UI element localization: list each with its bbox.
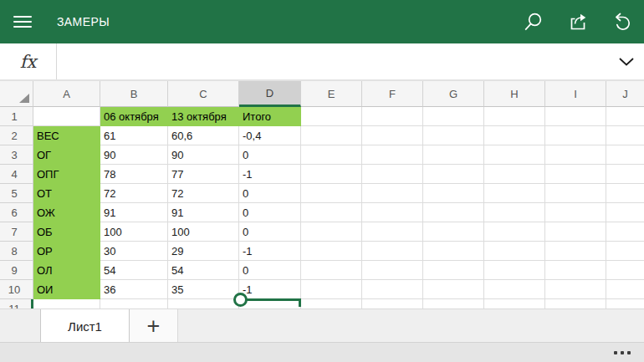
row-header[interactable]: 3	[0, 145, 33, 165]
cell[interactable]	[606, 299, 644, 308]
cell[interactable]: 72	[168, 184, 239, 203]
cell[interactable]	[301, 165, 362, 184]
fx-button[interactable]: fx	[0, 43, 57, 79]
cell[interactable]	[545, 280, 606, 299]
cell[interactable]: Итого	[239, 107, 301, 126]
cell[interactable]: 91	[168, 203, 239, 222]
row-header[interactable]: 8	[0, 242, 33, 261]
cell[interactable]: ОБ	[33, 222, 100, 242]
cell[interactable]	[301, 126, 362, 145]
cell[interactable]: 0	[239, 145, 301, 165]
cell[interactable]	[301, 203, 362, 222]
column-header-f[interactable]: F	[362, 81, 423, 107]
column-header-i[interactable]: I	[545, 81, 606, 107]
cell[interactable]: 61	[100, 126, 168, 145]
formula-bar[interactable]: fx	[0, 43, 644, 81]
cell[interactable]	[362, 184, 423, 203]
cell[interactable]: 60,6	[168, 126, 239, 145]
cell[interactable]	[362, 242, 423, 261]
select-all-button[interactable]	[0, 81, 33, 107]
cell[interactable]	[423, 242, 484, 261]
cell[interactable]: 54	[168, 261, 239, 280]
cell[interactable]	[423, 299, 484, 308]
search-button[interactable]	[511, 0, 555, 43]
column-header-c[interactable]: C	[168, 81, 239, 107]
cell[interactable]	[301, 107, 362, 126]
cell[interactable]	[484, 126, 545, 145]
cell[interactable]	[606, 184, 644, 203]
cell[interactable]: 0	[239, 184, 301, 203]
cell[interactable]	[301, 145, 362, 165]
cell[interactable]	[301, 261, 362, 280]
cell[interactable]	[606, 261, 644, 280]
cell[interactable]: 29	[168, 242, 239, 261]
cell[interactable]	[606, 165, 644, 184]
cell[interactable]: 36	[100, 280, 168, 299]
cell[interactable]	[484, 299, 545, 308]
cell[interactable]	[423, 107, 484, 126]
row-header[interactable]: 5	[0, 184, 33, 203]
cell[interactable]: 0	[239, 222, 301, 242]
cell[interactable]	[606, 107, 644, 126]
cell[interactable]: 0	[239, 261, 301, 280]
cell[interactable]	[545, 203, 606, 222]
cell[interactable]: 77	[168, 165, 239, 184]
cell[interactable]: 90	[168, 145, 239, 165]
cell[interactable]	[484, 261, 545, 280]
cell[interactable]	[362, 145, 423, 165]
selection-handle[interactable]	[233, 293, 248, 307]
cell[interactable]	[545, 299, 606, 308]
cell[interactable]: ОТ	[33, 184, 100, 203]
cell[interactable]: ОГ	[33, 145, 100, 165]
cell[interactable]	[362, 203, 423, 222]
cell[interactable]	[362, 126, 423, 145]
cell[interactable]	[362, 165, 423, 184]
cell[interactable]: ОР	[33, 242, 100, 261]
cell[interactable]	[484, 203, 545, 222]
hamburger-menu-icon[interactable]	[13, 16, 32, 28]
row-header[interactable]: 4	[0, 165, 33, 184]
cell[interactable]: ОЛ	[33, 261, 100, 280]
cell[interactable]: 06 октября	[100, 107, 168, 126]
cell[interactable]	[423, 280, 484, 299]
cell[interactable]	[423, 203, 484, 222]
cell[interactable]	[362, 107, 423, 126]
cell[interactable]	[545, 184, 606, 203]
cell[interactable]: 72	[100, 184, 168, 203]
cell[interactable]	[423, 222, 484, 242]
cell[interactable]	[545, 126, 606, 145]
cell[interactable]	[484, 280, 545, 299]
cell[interactable]	[484, 165, 545, 184]
cell[interactable]: 78	[100, 165, 168, 184]
column-header-j[interactable]: J	[606, 81, 644, 107]
cell[interactable]	[484, 242, 545, 261]
column-header-e[interactable]: E	[301, 81, 362, 107]
cell[interactable]: 54	[100, 261, 168, 280]
cell[interactable]	[545, 261, 606, 280]
cell[interactable]	[423, 145, 484, 165]
cell[interactable]	[484, 184, 545, 203]
cell[interactable]	[423, 261, 484, 280]
cell[interactable]	[362, 299, 423, 308]
cell[interactable]: 100	[168, 222, 239, 242]
cell[interactable]: ОЖ	[33, 203, 100, 222]
cell[interactable]	[484, 145, 545, 165]
cell[interactable]	[545, 145, 606, 165]
row-header[interactable]: 11	[0, 299, 33, 308]
cell[interactable]	[545, 107, 606, 126]
row-header[interactable]: 6	[0, 203, 33, 222]
cell[interactable]	[545, 242, 606, 261]
undo-button[interactable]	[600, 0, 644, 43]
cell[interactable]	[545, 165, 606, 184]
cell[interactable]: 35	[168, 280, 239, 299]
cell[interactable]	[606, 280, 644, 299]
cell[interactable]	[484, 222, 545, 242]
cell[interactable]: 0	[239, 203, 301, 222]
cell[interactable]	[168, 299, 239, 308]
cell[interactable]	[423, 184, 484, 203]
more-options-icon[interactable]	[614, 343, 631, 362]
cell[interactable]	[606, 242, 644, 261]
cell[interactable]: 90	[100, 145, 168, 165]
cell[interactable]: 100	[100, 222, 168, 242]
add-sheet-button[interactable]: +	[130, 309, 178, 343]
